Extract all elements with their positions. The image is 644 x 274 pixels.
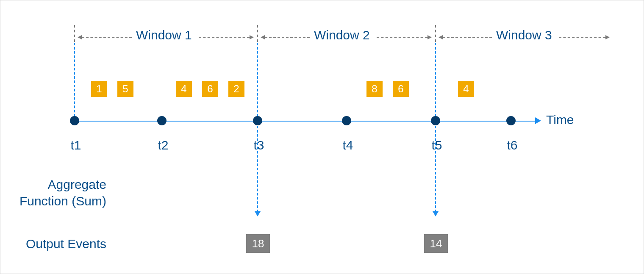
window-end-line [435, 43, 436, 121]
time-axis-arrowhead-icon [535, 117, 541, 124]
window-arrow-left [265, 37, 310, 38]
output-arrowhead-icon [255, 211, 261, 216]
window-label: Window 3 [496, 28, 552, 42]
output-events-label: Output Events [0, 235, 106, 252]
tick-label: t1 [63, 138, 89, 152]
tick-dot [342, 116, 351, 125]
output-arrow-line [435, 126, 436, 212]
tick-dot [253, 116, 262, 125]
output-arrow-line [257, 126, 258, 212]
diagram-container: Window 1 Window 2 Window 3 1 5 4 6 2 8 6… [0, 0, 644, 274]
event-box: 4 [176, 81, 192, 97]
window-label: Window 1 [136, 28, 192, 42]
aggregate-label-line2: Function (Sum) [19, 194, 106, 208]
window-arrow-right [199, 37, 250, 38]
axis-label: Time [546, 113, 574, 127]
aggregate-label-line1: Aggregate [48, 177, 106, 191]
tick-label: t4 [335, 138, 361, 152]
time-axis [73, 121, 535, 122]
tick-label: t2 [150, 138, 176, 152]
window-boundary-line [74, 25, 75, 42]
window-arrow-left [443, 37, 492, 38]
tick-label: t3 [246, 138, 272, 152]
output-box: 18 [246, 234, 270, 253]
tick-dot [70, 116, 79, 125]
output-box: 14 [424, 234, 448, 253]
window-label: Window 2 [314, 28, 370, 42]
tick-dot [431, 116, 440, 125]
tick-dot [157, 116, 167, 125]
event-box: 6 [393, 81, 409, 97]
output-arrowhead-icon [433, 211, 439, 216]
tick-label: t5 [424, 138, 450, 152]
aggregate-function-label: Aggregate Function (Sum) [0, 176, 106, 209]
event-box: 8 [366, 81, 383, 97]
event-box: 6 [202, 81, 218, 97]
window-start-line [74, 43, 75, 121]
event-box: 4 [458, 81, 474, 97]
event-box: 1 [91, 81, 107, 97]
window-arrow-right [559, 37, 605, 38]
tick-label: t6 [500, 138, 525, 152]
window-boundary-line [257, 25, 258, 42]
tick-dot [506, 116, 516, 125]
window-arrow-right [377, 37, 427, 38]
event-box: 2 [228, 81, 244, 97]
window-boundary-line [435, 25, 436, 42]
window-end-line [257, 43, 258, 121]
event-box: 5 [117, 81, 133, 97]
window-arrow-left [82, 37, 132, 38]
